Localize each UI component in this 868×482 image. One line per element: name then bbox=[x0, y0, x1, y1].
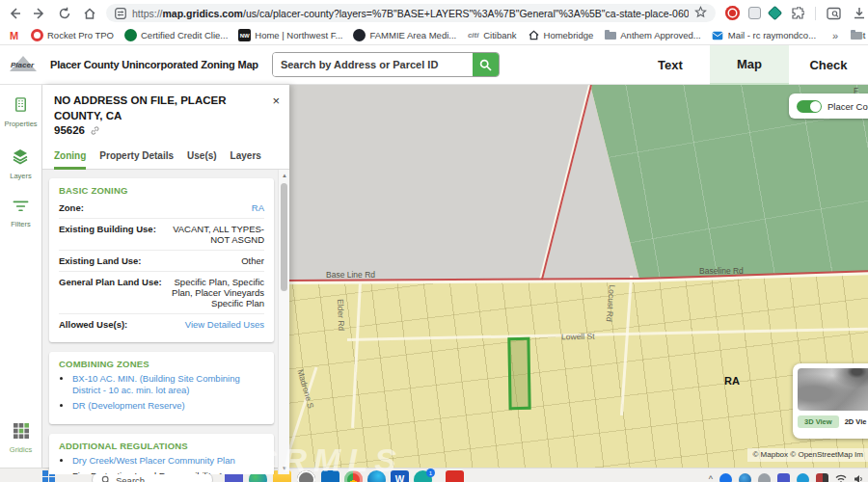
view-3d-button[interactable]: 3D View bbox=[798, 415, 839, 428]
back-icon[interactable] bbox=[6, 5, 23, 22]
sidebar-item-layers[interactable]: Layers bbox=[10, 147, 32, 180]
phone-app-icon[interactable]: 1 bbox=[414, 470, 432, 482]
downloads-icon[interactable] bbox=[851, 5, 868, 22]
selected-parcel-highlight[interactable] bbox=[507, 337, 530, 410]
extension-teal-icon[interactable] bbox=[768, 6, 783, 21]
taskbar-search-label: Search bbox=[116, 475, 145, 482]
list-item: BX-10 AC. MIN. (Building Site Combining … bbox=[72, 373, 264, 397]
tray-caret-icon[interactable]: ^ bbox=[709, 474, 713, 482]
homebridge-icon bbox=[528, 29, 540, 41]
dell-app-icon[interactable] bbox=[297, 470, 315, 482]
home-icon[interactable] bbox=[81, 5, 98, 22]
chrome-profile-icon[interactable] bbox=[344, 470, 363, 482]
tray-skype-icon[interactable] bbox=[797, 473, 809, 482]
other-bookmarks-folder-icon[interactable] bbox=[850, 29, 862, 41]
extension-gray-icon[interactable] bbox=[748, 7, 761, 19]
bookmark-anthem-folder[interactable]: Anthem Approved... bbox=[604, 29, 700, 41]
system-tray: ^ bbox=[709, 470, 864, 482]
tab-uses[interactable]: Use(s) bbox=[187, 150, 217, 169]
bookmark-fammie[interactable]: FAMMIE Area Medi... bbox=[353, 29, 456, 41]
tray-blue-app-icon[interactable] bbox=[739, 473, 751, 482]
speaker-icon[interactable] bbox=[854, 470, 864, 482]
reload-icon[interactable] bbox=[56, 5, 73, 22]
tray-people-icon[interactable] bbox=[816, 473, 828, 482]
filters-funnel-icon bbox=[13, 200, 29, 217]
browser-toolbar: https://map.gridics.com/us/ca/placer-cou… bbox=[0, 0, 868, 26]
dry-creek-link[interactable]: Dry Creek/West Placer Community Plan bbox=[72, 455, 235, 466]
additional-regulations-card: ADDITIONAL REGULATIONS Dry Creek/West Pl… bbox=[49, 434, 274, 474]
sidebar-label: Filters bbox=[11, 220, 30, 228]
additional-regulations-list: Dry Creek/West Placer Community Plan Fir… bbox=[59, 455, 264, 474]
allowed-uses-row: Allowed Use(s): View Detailed Uses bbox=[59, 313, 264, 335]
gridics-logo[interactable]: Gridics bbox=[10, 422, 32, 454]
bookmarks-overflow-icon[interactable]: » bbox=[832, 30, 838, 41]
panel-body: BASIC ZONING Zone: RA Existing Building … bbox=[42, 170, 289, 474]
view-detailed-uses-link[interactable]: View Detailed Uses bbox=[185, 319, 264, 330]
properties-building-icon bbox=[13, 96, 29, 117]
northwest-icon: NW bbox=[238, 29, 251, 41]
sidebar-item-properties[interactable]: Properties bbox=[4, 96, 37, 128]
satellite-thumbnail[interactable] bbox=[798, 368, 868, 411]
existing-land-use-row: Existing Land Use: Other bbox=[59, 250, 264, 271]
panel-tabs: Zoning Property Details Use(s) Layers bbox=[42, 141, 289, 170]
onedrive-icon[interactable] bbox=[758, 473, 771, 482]
bookmark-citibank[interactable]: citiCitibank bbox=[467, 29, 516, 41]
browser-window: https://map.gridics.com/us/ca/placer-cou… bbox=[0, 0, 868, 482]
edge-globe-icon[interactable] bbox=[367, 470, 386, 482]
scrollbar-thumb[interactable] bbox=[281, 183, 287, 291]
folder-icon bbox=[604, 29, 616, 41]
outlook-icon[interactable] bbox=[321, 470, 339, 482]
panel-scrollbar[interactable]: ▲ ▼ bbox=[278, 170, 289, 474]
acrobat-icon[interactable] bbox=[446, 470, 464, 482]
forward-icon[interactable] bbox=[31, 5, 48, 22]
site-info-icon[interactable] bbox=[115, 8, 126, 19]
gmail-icon: M bbox=[8, 29, 20, 41]
list-item: Fire Protection Local Responsibility Are… bbox=[72, 470, 264, 474]
zone-row: Zone: RA bbox=[59, 198, 264, 218]
bookmarks-right: » bbox=[825, 26, 862, 44]
search-input[interactable] bbox=[273, 53, 473, 76]
side-panel-icon[interactable] bbox=[825, 5, 842, 22]
toolbar-divider bbox=[815, 7, 816, 20]
tab-property-details[interactable]: Property Details bbox=[99, 150, 174, 169]
sidebar-item-filters[interactable]: Filters bbox=[11, 200, 30, 228]
bluetooth-icon[interactable] bbox=[719, 473, 732, 482]
fammie-icon bbox=[353, 29, 366, 41]
placer-logo: Placer bbox=[8, 52, 41, 77]
map-search-box[interactable] bbox=[272, 52, 500, 77]
extension-red-icon[interactable] bbox=[725, 6, 740, 20]
share-link-icon[interactable] bbox=[90, 125, 100, 141]
bookmark-star-icon[interactable] bbox=[694, 5, 707, 22]
tab-check[interactable]: Check bbox=[789, 45, 868, 85]
scroll-up-icon[interactable]: ▲ bbox=[279, 173, 289, 178]
address-bar[interactable]: https://map.gridics.com/us/ca/placer-cou… bbox=[106, 4, 716, 22]
dr-link[interactable]: DR (Development Reserve) bbox=[72, 400, 185, 411]
zoning-map[interactable]: Base Line Rd Baseline Rd Elder Rd Locust… bbox=[289, 85, 868, 468]
left-rail: Properties Layers Filters Gridics bbox=[0, 85, 42, 468]
word-icon[interactable]: W bbox=[391, 470, 409, 482]
tab-zoning[interactable]: Zoning bbox=[54, 150, 86, 170]
bookmark-northwest[interactable]: NWHome | Northwest F... bbox=[238, 29, 342, 41]
parcel-title-line2: 95626 bbox=[54, 124, 85, 136]
scroll-down-icon[interactable]: ▼ bbox=[279, 466, 289, 471]
bookmark-gmail[interactable]: M bbox=[8, 29, 20, 41]
bookmark-certified-credit[interactable]: Certified Credit Clie... bbox=[124, 29, 228, 41]
road-label-baseline-rd: Baseline Rd bbox=[699, 266, 744, 276]
search-button[interactable] bbox=[473, 53, 499, 76]
zone-link[interactable]: RA bbox=[252, 202, 264, 213]
view-tabs: Text Map Check bbox=[631, 45, 868, 85]
close-icon[interactable]: × bbox=[272, 96, 280, 106]
bookmark-mail[interactable]: Mail - rc raymondco... bbox=[712, 29, 816, 41]
wifi-icon[interactable] bbox=[835, 470, 847, 482]
bookmark-rocket-pro[interactable]: Rocket Pro TPO bbox=[31, 29, 114, 41]
layer-toggle-switch[interactable] bbox=[797, 100, 822, 113]
tab-map[interactable]: Map bbox=[710, 45, 789, 85]
tab-text[interactable]: Text bbox=[631, 45, 710, 85]
extensions-puzzle-icon[interactable] bbox=[789, 5, 806, 22]
map-attribution[interactable]: © Mapbox © OpenStreetMap Im bbox=[747, 448, 868, 462]
bx10-link[interactable]: BX-10 AC. MIN. (Building Site Combining … bbox=[72, 373, 240, 395]
tab-layers[interactable]: Layers bbox=[231, 150, 261, 169]
tray-teams-icon[interactable] bbox=[777, 473, 790, 482]
bookmark-homebridge[interactable]: Homebridge bbox=[528, 29, 594, 41]
view-2d-button[interactable]: 2D Vie bbox=[845, 417, 867, 426]
